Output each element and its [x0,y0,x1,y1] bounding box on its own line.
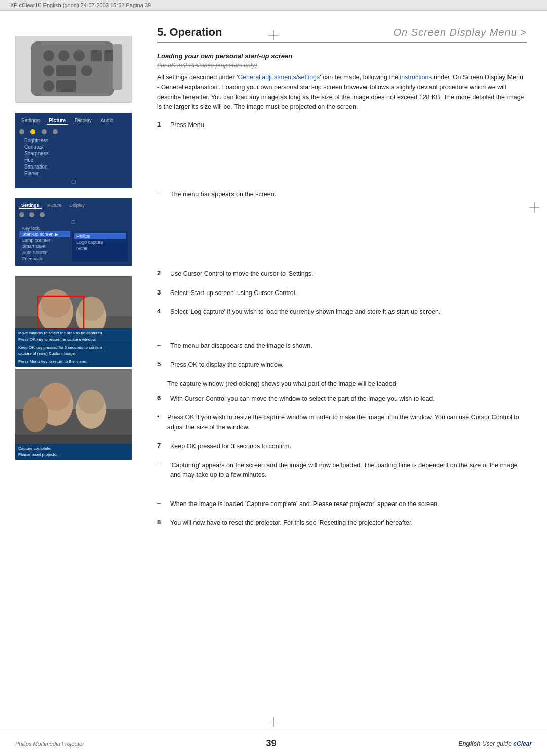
step-5-text: Press OK to display the capture window. [170,360,284,370]
s-item-feedback: Feedback [19,256,70,262]
remote-svg [16,36,132,102]
svg-point-4 [73,50,85,61]
step-4-text: Select 'Log capture' if you wish to load… [170,307,441,317]
remote-control-image [15,36,132,103]
step-3-num: 3 [157,288,167,303]
footer-language: English [458,740,480,747]
step-2-num: 2 [157,269,167,284]
footer-product: cClear [513,740,532,747]
step-7: 7 Keep OK pressed for 3 seconds to confi… [157,442,527,456]
s-item-lamp: Lamp counter [19,237,70,243]
photo-overlay-1: Move window to select the area to be cap… [15,328,132,367]
dash-2: – The menu bar disappears and the image … [157,341,527,356]
page-title-area: 5. Operation On Screen Display Menu > [157,26,527,43]
dash-2-text: The menu bar disappears and the image is… [170,341,312,351]
svg-point-28 [23,397,48,432]
svg-point-3 [58,50,69,61]
submenu-philips: Philips [74,233,126,239]
menu-item-hue: Hue [19,157,128,163]
step-5: 5 Press OK to display the capture window… [157,360,527,375]
step-2-text: Use Cursor Control to move the cursor to… [170,269,315,279]
step-7-num: 7 [157,442,167,456]
intro-text: All settings described under 'General ad… [157,73,527,112]
step-6-text: With Cursor Control you can move the win… [170,394,435,404]
dash-3: – 'Capturing' appears on the screen and … [157,460,527,485]
step-7-text: Keep OK pressed for 3 seconds to confirm… [170,442,291,451]
svg-point-7 [43,65,54,76]
menu-tab-picture: Picture [47,117,68,125]
step-8-text: You will now have to reset the projector… [170,518,413,528]
footer: Philips Multimedia Projector 39 English … [0,731,547,756]
photo-capture-image: Move window to select the area to be cap… [15,276,132,367]
step-6: 6 With Cursor Control you can move the w… [157,394,527,409]
header-bar: XP cClear10 English (good) 24-07-2003 15… [0,0,547,11]
menu-item-sharpness: Sharpness [19,150,128,157]
s-tab-settings: Settings [19,202,42,209]
s-tab-picture: Picture [46,202,64,209]
menu-item-saturation: Saturation [19,163,128,170]
step-1: 1 Press Menu. [157,120,527,135]
dash-3-text: 'Capturing' appears on the screen and th… [170,460,527,480]
settings-menu-screenshot: Settings Picture Display ▢ Key lock Star… [15,198,132,266]
step-1-num: 1 [157,120,167,135]
submenu-none: None [74,245,126,251]
dash-4: – When the image is loaded 'Capture comp… [157,499,527,514]
dash-3-symbol: – [157,460,167,485]
dash-1-text: The menu bar appears on the screen. [170,190,276,199]
step-8: 8 You will now have to reset the project… [157,518,527,533]
svg-point-9 [81,65,92,76]
svg-point-2 [43,50,54,61]
bullet-1: • Press OK if you wish to resize the cap… [157,413,527,438]
dash-4-symbol: – [157,499,167,514]
dash-1-symbol: – [157,190,167,204]
footer-brand: Philips Multimedia Projector [15,741,84,747]
step-4: 4 Select 'Log capture' if you wish to lo… [157,307,527,322]
chapter-title: 5. Operation [157,26,222,39]
step-3: 3 Select 'Start-up screen' using Cursor … [157,288,527,303]
svg-point-26 [78,390,104,414]
page-number: 39 [266,738,276,749]
dash-2-symbol: – [157,341,167,356]
section-heading-block: Loading your own personal start-up scree… [157,52,527,112]
capture-window-desc: The capture window (red oblong) shows yo… [157,379,527,389]
submenu-logocapture: Logo capture [74,239,126,245]
menu-item-contrast: Contrast [19,144,128,150]
s-item-smart: Smart save [19,243,70,249]
svg-point-18 [78,297,104,321]
step-2: 2 Use Cursor Control to move the cursor … [157,269,527,284]
menu-item-brightness: Brightness [19,137,128,144]
s-tab-display: Display [68,202,87,209]
overlay-line2: Press OK key to resize the capture windo… [18,337,129,343]
overlay-line5: Press Menu key to return to the menu. [18,359,129,365]
step-6-num: 6 [157,394,167,409]
s-item-keylock: Key lock [19,225,128,231]
dash-4-text: When the image is loaded 'Capture comple… [170,499,439,509]
overlay-line4: capture of (new) Custom Image. [18,351,129,357]
step-4-num: 4 [157,307,167,322]
bullet-1-text: Press OK if you wish to resize the captu… [167,413,527,433]
left-column: Settings Picture Display Audio Brightnes… [0,26,147,537]
overlay-line1: Move window to select the area to be cap… [18,330,129,337]
footer-guide: User guide [481,740,514,747]
s-item-startup: Start-up screen ▶ [19,231,70,237]
menu-picture-screenshot: Settings Picture Display Audio Brightnes… [15,113,132,188]
step-1-text: Press Menu. [170,120,206,130]
step-8-num: 8 [157,518,167,533]
menu-tab-audio: Audio [99,117,116,125]
menu-item-planer: Planer [19,170,128,177]
section-heading: Loading your own personal start-up scree… [157,52,527,60]
right-column: 5. Operation On Screen Display Menu > Lo… [147,26,547,537]
overlay-line3: Keep OK key pressed for 3 seconds to con… [18,345,129,351]
chapter-subtitle: On Screen Display Menu > [393,27,527,38]
svg-rect-12 [56,80,76,92]
svg-rect-5 [91,50,102,61]
step-5-num: 5 [157,360,167,375]
svg-rect-10 [113,44,122,90]
header-text: XP cClear10 English (good) 24-07-2003 15… [10,2,151,8]
strikethrough-text: (for bSure2 Brilliance projectors only) [157,62,527,69]
photo-complete-image: Capture complete. Please reset projector… [15,369,132,460]
capture-complete-line1: Capture complete. [18,446,129,452]
dash-1: – The menu bar appears on the screen. [157,190,527,204]
capture-complete-line2: Please reset projector. [18,452,129,458]
step-3-text: Select 'Start-up screen' using Cursor Co… [170,288,297,298]
